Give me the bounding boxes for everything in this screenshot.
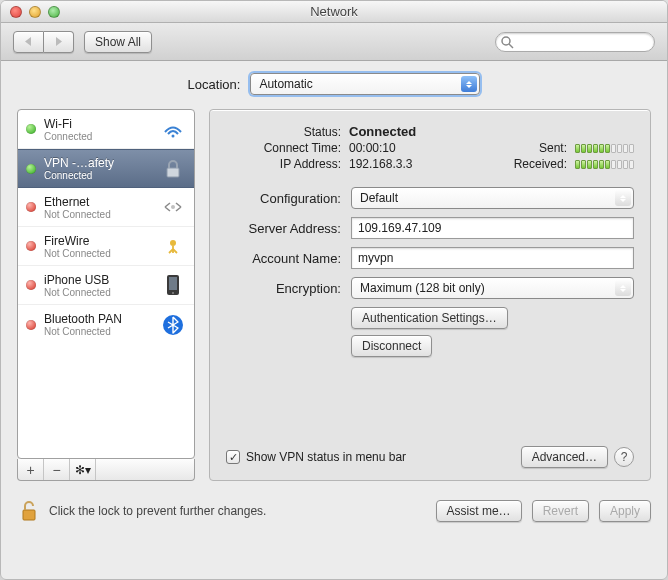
interface-sidebar: Wi-FiConnected VPN -…afetyConnected Ethe… bbox=[17, 109, 195, 481]
svg-point-8 bbox=[172, 292, 174, 294]
sent-bars bbox=[575, 144, 634, 153]
search-input[interactable] bbox=[495, 32, 655, 52]
configuration-label: Configuration: bbox=[226, 191, 341, 206]
sent-label: Sent: bbox=[514, 141, 567, 155]
svg-rect-10 bbox=[23, 510, 35, 520]
status-value: Connected bbox=[349, 124, 506, 139]
auth-settings-button[interactable]: Authentication Settings… bbox=[351, 307, 508, 329]
status-dot-icon bbox=[26, 202, 36, 212]
interface-actions-button[interactable]: ✻▾ bbox=[70, 459, 96, 480]
sidebar-item-vpn[interactable]: VPN -…afetyConnected bbox=[18, 149, 194, 188]
bottom-bar: Click the lock to prevent further change… bbox=[1, 491, 667, 535]
svg-rect-7 bbox=[169, 277, 177, 290]
advanced-button[interactable]: Advanced… bbox=[521, 446, 608, 468]
sidebar-item-label: Wi-Fi bbox=[44, 117, 152, 131]
status-dot-icon bbox=[26, 280, 36, 290]
show-all-button[interactable]: Show All bbox=[84, 31, 152, 53]
sidebar-item-ethernet[interactable]: EthernetNot Connected bbox=[18, 188, 194, 227]
select-arrows-icon bbox=[615, 280, 631, 296]
remove-interface-button[interactable]: − bbox=[44, 459, 70, 480]
phone-icon bbox=[160, 272, 186, 298]
firewire-icon bbox=[160, 233, 186, 259]
toolbar: Show All bbox=[1, 23, 667, 61]
configuration-select[interactable]: Default bbox=[351, 187, 634, 209]
ip-value: 192.168.3.3 bbox=[349, 157, 506, 171]
svg-point-2 bbox=[172, 135, 175, 138]
sidebar-item-label: iPhone USB bbox=[44, 273, 152, 287]
sidebar-item-sub: Connected bbox=[44, 170, 152, 181]
svg-point-5 bbox=[170, 240, 176, 246]
sidebar-item-wifi[interactable]: Wi-FiConnected bbox=[18, 110, 194, 149]
connect-time-label: Connect Time: bbox=[226, 141, 341, 155]
encryption-select[interactable]: Maximum (128 bit only) bbox=[351, 277, 634, 299]
sidebar-item-iphone-usb[interactable]: iPhone USBNot Connected bbox=[18, 266, 194, 305]
nav-segmented bbox=[13, 31, 74, 53]
sidebar-item-firewire[interactable]: FireWireNot Connected bbox=[18, 227, 194, 266]
wifi-icon bbox=[160, 116, 186, 142]
connect-time-value: 00:00:10 bbox=[349, 141, 506, 155]
account-name-label: Account Name: bbox=[226, 251, 341, 266]
server-address-input[interactable] bbox=[351, 217, 634, 239]
svg-point-4 bbox=[171, 205, 175, 209]
disconnect-button[interactable]: Disconnect bbox=[351, 335, 432, 357]
svg-rect-3 bbox=[167, 168, 179, 177]
location-row: Location: Automatic bbox=[17, 73, 651, 95]
sidebar-item-label: Ethernet bbox=[44, 195, 152, 209]
revert-button[interactable]: Revert bbox=[532, 500, 589, 522]
bluetooth-icon bbox=[160, 312, 186, 338]
sidebar-item-sub: Not Connected bbox=[44, 326, 152, 337]
status-dot-icon bbox=[26, 320, 36, 330]
lock-icon bbox=[160, 156, 186, 182]
sidebar-item-sub: Not Connected bbox=[44, 287, 152, 298]
select-arrows-icon bbox=[461, 76, 477, 92]
search-icon bbox=[501, 36, 514, 49]
svg-line-1 bbox=[509, 44, 513, 48]
detail-pane: Status: Connected Connect Time: 00:00:10… bbox=[209, 109, 651, 481]
interface-list: Wi-FiConnected VPN -…afetyConnected Ethe… bbox=[17, 109, 195, 459]
sidebar-footer: + − ✻▾ bbox=[17, 459, 195, 481]
received-bars bbox=[575, 160, 634, 169]
location-value: Automatic bbox=[259, 77, 312, 91]
sidebar-item-sub: Not Connected bbox=[44, 248, 152, 259]
sidebar-item-label: FireWire bbox=[44, 234, 152, 248]
configuration-value: Default bbox=[360, 191, 398, 205]
sidebar-item-sub: Not Connected bbox=[44, 209, 152, 220]
lock-text: Click the lock to prevent further change… bbox=[49, 504, 266, 518]
status-dot-icon bbox=[26, 124, 36, 134]
lock-button[interactable] bbox=[17, 499, 41, 523]
help-button[interactable]: ? bbox=[614, 447, 634, 467]
unlocked-padlock-icon bbox=[19, 500, 39, 522]
svg-point-0 bbox=[502, 37, 510, 45]
titlebar: Network bbox=[1, 1, 667, 23]
sidebar-item-bluetooth[interactable]: Bluetooth PANNot Connected bbox=[18, 305, 194, 344]
received-label: Received: bbox=[514, 157, 567, 171]
sidebar-item-label: VPN -…afety bbox=[44, 156, 152, 170]
status-label: Status: bbox=[226, 125, 341, 139]
show-status-checkbox[interactable]: ✓ bbox=[226, 450, 240, 464]
sidebar-item-sub: Connected bbox=[44, 131, 152, 142]
back-button[interactable] bbox=[13, 31, 44, 53]
select-arrows-icon bbox=[615, 190, 631, 206]
encryption-label: Encryption: bbox=[226, 281, 341, 296]
forward-button[interactable] bbox=[44, 31, 74, 53]
show-status-label: Show VPN status in menu bar bbox=[246, 450, 406, 464]
account-name-input[interactable] bbox=[351, 247, 634, 269]
location-label: Location: bbox=[188, 77, 241, 92]
add-interface-button[interactable]: + bbox=[18, 459, 44, 480]
window-title: Network bbox=[1, 4, 667, 19]
gear-icon: ✻▾ bbox=[75, 463, 91, 477]
server-address-label: Server Address: bbox=[226, 221, 341, 236]
ip-label: IP Address: bbox=[226, 157, 341, 171]
status-dot-icon bbox=[26, 164, 36, 174]
apply-button[interactable]: Apply bbox=[599, 500, 651, 522]
status-dot-icon bbox=[26, 241, 36, 251]
location-select[interactable]: Automatic bbox=[250, 73, 480, 95]
ethernet-icon bbox=[160, 194, 186, 220]
assist-button[interactable]: Assist me… bbox=[436, 500, 522, 522]
encryption-value: Maximum (128 bit only) bbox=[360, 281, 485, 295]
sidebar-item-label: Bluetooth PAN bbox=[44, 312, 152, 326]
